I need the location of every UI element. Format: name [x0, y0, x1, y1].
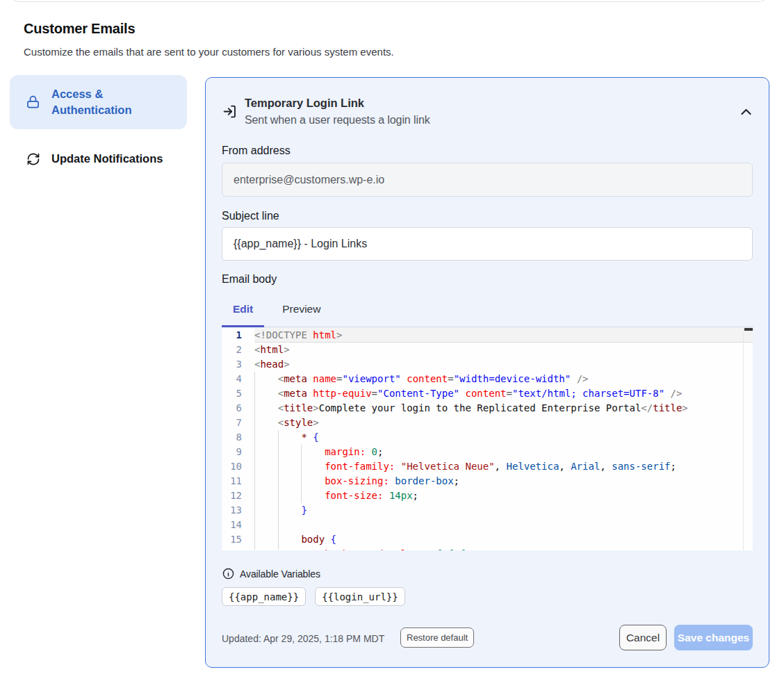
line-number: 12: [222, 489, 254, 503]
subject-line-label: Subject line: [222, 210, 279, 222]
code-line: <html>: [254, 343, 688, 357]
collapse-panel-button[interactable]: [738, 106, 753, 118]
tab-edit[interactable]: Edit: [222, 300, 264, 327]
variable-chip-app-name[interactable]: {{app_name}}: [222, 587, 306, 606]
line-number: 5: [222, 386, 254, 401]
lock-icon: [26, 95, 40, 110]
line-number: 14: [222, 518, 254, 532]
code-line: <meta http-equiv="Content-Type" content=…: [254, 386, 688, 401]
line-number: 16: [222, 547, 254, 550]
line-number: 4: [222, 372, 254, 386]
indent-guide: [254, 372, 255, 550]
restore-default-button[interactable]: Restore default: [400, 627, 474, 648]
code-line: [254, 518, 688, 532]
sidebar-item-update-notifications[interactable]: Update Notifications: [10, 140, 187, 178]
sidebar-item-label: Update Notifications: [51, 151, 163, 167]
code-lines: <!DOCTYPE html><html><head> <meta name="…: [254, 328, 688, 550]
line-number: 3: [222, 357, 254, 372]
line-number: 10: [222, 459, 254, 474]
code-line: body {: [254, 532, 688, 547]
code-line: background-color: #f8f8f8;: [254, 547, 688, 550]
line-number: 13: [222, 503, 254, 518]
refresh-icon: [26, 152, 40, 166]
line-number: 11: [222, 474, 254, 489]
available-variables-label: Available Variables: [240, 568, 320, 580]
indent-guide: [301, 445, 302, 503]
code-line: box-sizing: border-box;: [254, 474, 688, 489]
line-number: 15: [222, 532, 254, 547]
line-number: 9: [222, 445, 254, 459]
line-number: 8: [222, 430, 254, 445]
temporary-login-link-panel: Temporary Login Link Sent when a user re…: [205, 77, 769, 668]
line-number: 2: [222, 343, 254, 357]
settings-sidebar: Access & AuthenticationUpdate Notificati…: [10, 75, 187, 178]
from-address-label: From address: [222, 145, 291, 157]
from-address-input[interactable]: [222, 163, 753, 197]
updated-timestamp: Updated: Apr 29, 2025, 1:18 PM MDT: [222, 632, 384, 646]
line-number: 1: [222, 328, 254, 343]
chevron-up-icon: [741, 108, 751, 115]
cursor-position-marker: [744, 328, 753, 331]
previous-card-bottom-edge: [10, 0, 769, 2]
tab-preview[interactable]: Preview: [271, 300, 332, 327]
sidebar-item-access-authentication[interactable]: Access & Authentication: [10, 75, 187, 129]
cancel-button[interactable]: Cancel: [619, 625, 667, 650]
info-icon: [222, 568, 234, 580]
page-title: Customer Emails: [24, 21, 135, 37]
code-line: * {: [254, 430, 688, 445]
sidebar-item-label: Access & Authentication: [51, 86, 132, 118]
page-subtitle: Customize the emails that are sent to yo…: [24, 46, 394, 58]
code-line: margin: 0;: [254, 445, 688, 459]
subject-line-input[interactable]: [222, 227, 753, 261]
editor-overview-ruler: [743, 328, 753, 550]
code-line: font-family: "Helvetica Neue", Helvetica…: [254, 459, 688, 474]
code-line: <!DOCTYPE html>: [254, 328, 688, 343]
code-line: <head>: [254, 357, 688, 372]
panel-subtitle: Sent when a user requests a login link: [245, 114, 430, 126]
email-body-code-editor[interactable]: 12345678910111213141516 <!DOCTYPE html><…: [222, 328, 753, 550]
code-line: <style>: [254, 416, 688, 430]
variable-chips: {{app_name}}{{login_url}}: [222, 587, 405, 606]
save-changes-button[interactable]: Save changes: [674, 625, 753, 650]
line-number: 6: [222, 401, 254, 416]
line-number-gutter: 12345678910111213141516: [222, 328, 254, 550]
code-line: font-size: 14px;: [254, 489, 688, 503]
line-number: 7: [222, 416, 254, 430]
code-line: <meta name="viewport" content="width=dev…: [254, 372, 688, 386]
available-variables-header: Available Variables: [222, 568, 320, 580]
indent-guide: [278, 430, 279, 550]
email-body-label: Email body: [222, 273, 277, 286]
panel-title: Temporary Login Link: [245, 97, 364, 110]
variable-chip-login-url[interactable]: {{login_url}}: [315, 587, 405, 606]
code-line: <title>Complete your login to the Replic…: [254, 401, 688, 416]
login-link-icon: [222, 104, 237, 122]
code-line: }: [254, 503, 688, 518]
email-body-tabs: EditPreview: [222, 300, 753, 327]
